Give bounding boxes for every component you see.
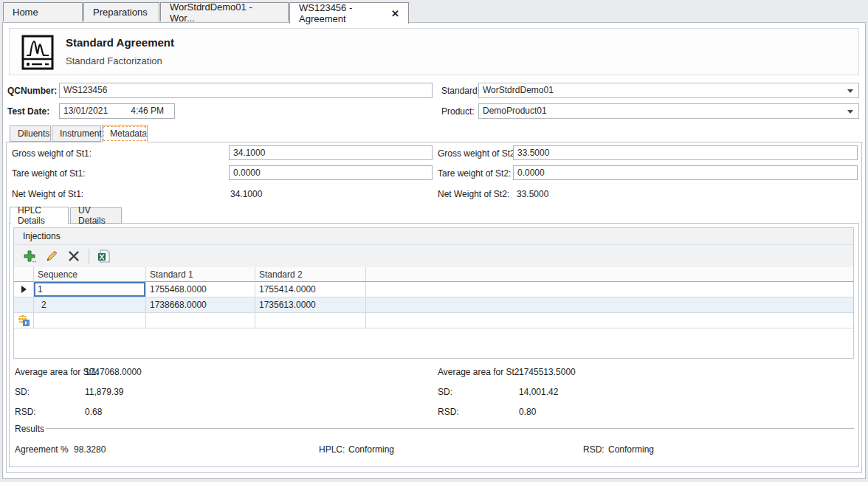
tab-instruments-label: Instruments [60,128,106,139]
col-header-standard1[interactable]: Standard 1 [146,267,255,282]
excel-icon [97,249,111,264]
new-row-icon [18,314,30,326]
row-header-2[interactable] [14,297,34,313]
gross-st2-label: Gross weight of St2: [438,148,517,159]
qcnumber-label: QCNumber: [7,86,57,96]
standard-select[interactable]: WorStdrdDemo01 [478,83,859,98]
doc-tab-preparations[interactable]: Preparations [83,2,159,21]
testdate-label: Test Date: [7,106,49,117]
tab-uv-details[interactable]: UV Details [70,207,122,224]
qcnumber-input[interactable]: WS123456 [59,83,433,98]
product-value: DemoProduct01 [483,106,547,116]
col-header-sequence[interactable]: Sequence [34,267,146,282]
tare-st1-input[interactable]: 0.0000 [229,165,433,180]
net-st2-value: 33.5000 [517,189,548,199]
doc-tab-preparations-label: Preparations [93,7,148,18]
page-header: Standard Agreement Standard Factorizatio… [9,28,859,75]
net-st1-label: Net Weight of St1: [12,189,83,199]
sd-st1-label: SD: [15,387,30,397]
new-row-cell-filler [366,313,853,328]
sd-st2-value: 14,001.42 [519,387,558,397]
grid-corner-cell [14,267,34,282]
tare-st2-label: Tare weight of St2: [438,168,511,179]
tare-st2-input[interactable]: 0.0000 [513,165,858,180]
grid-cell-standard2-2[interactable]: 1735613.0000 [255,297,366,313]
tab-uv-details-label: UV Details [78,205,114,226]
grid-cell-sequence-2[interactable]: 2 [34,297,146,313]
new-row-cell-standard2[interactable] [255,313,366,328]
tare-st1-label: Tare weight of St1: [12,168,85,179]
doc-tab-agreement[interactable]: WS123456 - Agreement ✕ [289,2,409,24]
new-row-cell-standard1[interactable] [146,313,255,328]
close-icon[interactable]: ✕ [391,8,399,19]
avg-st2-label: Average area for St2: [438,367,522,377]
injections-toolbar [14,245,853,267]
sd-st1-value: 11,879.39 [85,387,124,397]
injections-group-title: Injections [14,228,853,245]
gross-st1-label: Gross weight of St1: [12,148,92,159]
new-row-header[interactable] [14,313,34,328]
doc-tab-home[interactable]: Home [3,2,83,21]
current-row-arrow-icon [21,286,27,293]
gross-st2-input[interactable]: 33.5000 [513,145,858,160]
injections-grid: Sequence Standard 1 Standard 2 1 1755468… [14,267,853,328]
hplc-result-label: HPLC: [319,444,345,455]
rsd-st1-value: 0.68 [85,407,102,417]
doc-tab-home-label: Home [13,7,38,18]
tab-hplc-details[interactable]: HPLC Details [10,207,69,224]
tab-instruments[interactable]: Instruments [52,125,101,142]
tab-metadata-label: Metadata [110,128,147,139]
product-select[interactable]: DemoProduct01 [478,103,859,119]
rsd-st2-value: 0.80 [519,407,536,417]
edit-row-button[interactable] [42,247,61,265]
new-row-cell-sequence[interactable] [34,313,146,328]
rsd-result-label: RSD: [583,444,604,455]
row-header-current[interactable] [14,282,34,297]
tab-hplc-details-label: HPLC Details [18,205,61,226]
application-window: Home Preparations WorStdrdDemo01 - Wor..… [0,0,868,482]
grid-cell-standard2-1[interactable]: 1755414.0000 [255,282,366,297]
tab-diluents-label: Diluents [18,128,49,139]
gross-st1-input[interactable]: 34.1000 [229,145,433,160]
page-subtitle: Standard Factorization [66,55,162,66]
chromatogram-icon [21,35,54,72]
delete-x-icon [67,249,80,263]
net-st2-label: Net Weight of St2: [438,189,509,199]
grid-cell-standard1-2[interactable]: 1738668.0000 [146,297,255,313]
agreement-label: Agreement % [15,444,69,455]
delete-row-button[interactable] [64,247,83,265]
tab-metadata[interactable]: Metadata [102,125,148,142]
sd-st2-label: SD: [438,387,452,397]
grid-cell-filler-1 [366,282,853,297]
grid-cell-standard1-1[interactable]: 1755468.0000 [146,282,255,297]
grid-cell-sequence-1[interactable]: 1 [34,282,146,297]
pencil-icon [44,249,59,264]
plus-icon [22,249,37,264]
avg-st2-value: 1745513.5000 [519,367,576,377]
grid-cell-filler-2 [366,297,853,313]
doc-tab-worstdrddemo[interactable]: WorStdrdDemo01 - Wor... [160,2,289,21]
doc-tab-worstdrddemo-label: WorStdrdDemo01 - Wor... [170,1,279,24]
agreement-value: 98.3280 [74,444,106,455]
standard-value: WorStdrdDemo01 [483,85,554,95]
injections-group: Injections [13,227,854,359]
testdate-date: 13/01/2021 [63,106,128,117]
results-group-line [46,428,854,429]
rsd-st2-label: RSD: [438,407,459,417]
add-row-button[interactable] [20,247,39,265]
chevron-down-icon [847,110,853,114]
testdate-input[interactable]: 13/01/2021 4:46 PM [59,103,175,119]
export-excel-button[interactable] [94,247,114,265]
tab-diluents[interactable]: Diluents [10,125,51,142]
testdate-time: 4:46 PM [131,106,164,117]
col-header-filler [366,267,853,282]
col-header-standard2[interactable]: Standard 2 [255,267,366,282]
doc-tab-agreement-label: WS123456 - Agreement [299,2,384,24]
rsd-result-value: Conforming [608,444,654,455]
product-label: Product: [441,106,475,117]
net-st1-value: 34.1000 [230,189,262,199]
avg-st1-value: 1747068.0000 [85,367,142,377]
rsd-st1-label: RSD: [15,407,36,417]
standard-label: Standard: [441,86,480,96]
page-title: Standard Agreement [66,36,174,49]
